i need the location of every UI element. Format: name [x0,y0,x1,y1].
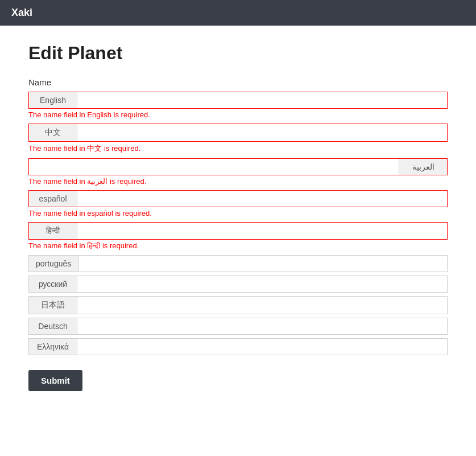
lang-input-row-greek: Ελληνικά [28,338,448,355]
name-input-spanish[interactable] [77,191,447,207]
submit-button[interactable]: Submit [28,370,82,391]
name-input-chinese[interactable] [77,124,447,141]
lang-field-group-german: Deutsch [28,318,448,335]
lang-input-row-chinese: 中文 [28,124,448,142]
lang-label-arabic: العربية [399,159,447,175]
name-section: Name EnglishThe name field in English is… [28,77,448,355]
lang-label-german: Deutsch [29,318,77,334]
fields-container: EnglishThe name field in English is requ… [28,92,448,355]
lang-input-row-portuguese: português [28,255,448,272]
app-title: Xaki [11,7,32,19]
lang-input-row-german: Deutsch [28,318,448,335]
name-input-greek[interactable] [77,339,447,355]
lang-field-group-russian: русский [28,276,448,293]
lang-input-row-arabic: العربية [28,158,448,175]
lang-label-spanish: español [29,191,77,207]
lang-input-row-russian: русский [28,276,448,293]
page-heading: Edit Planet [28,43,448,64]
lang-field-group-arabic: العربيةThe name field in العربية is requ… [28,158,448,186]
name-input-english[interactable] [77,92,447,108]
lang-field-group-english: EnglishThe name field in English is requ… [28,92,448,119]
lang-input-row-english: English [28,92,448,109]
lang-label-hindi: हिन्दी [29,223,77,239]
app-header: Xaki [0,0,476,26]
lang-label-russian: русский [29,276,77,292]
error-message-hindi: The name field in हिन्दी is required. [28,241,448,250]
name-input-japanese[interactable] [77,297,447,314]
lang-field-group-hindi: हिन्दीThe name field in हिन्दी is requir… [28,222,448,250]
name-input-russian[interactable] [77,276,447,292]
error-message-english: The name field in English is required. [28,110,448,119]
lang-input-row-spanish: español [28,190,448,207]
lang-input-row-japanese: 日本語 [28,296,448,314]
lang-label-japanese: 日本語 [29,297,77,314]
lang-label-chinese: 中文 [29,124,77,141]
main-content: Edit Planet Name EnglishThe name field i… [0,26,476,408]
lang-field-group-greek: Ελληνικά [28,338,448,355]
error-message-arabic: The name field in العربية is required. [28,177,448,186]
lang-field-group-chinese: 中文The name field in 中文 is required. [28,124,448,154]
lang-label-greek: Ελληνικά [29,339,77,355]
lang-field-group-japanese: 日本語 [28,296,448,314]
lang-field-group-spanish: españolThe name field in español is requ… [28,190,448,217]
lang-label-english: English [29,92,77,108]
name-input-hindi[interactable] [77,223,447,239]
error-message-spanish: The name field in español is required. [28,209,448,217]
error-message-chinese: The name field in 中文 is required. [28,143,448,154]
name-input-arabic[interactable] [29,159,399,175]
name-label: Name [28,77,448,87]
name-input-portuguese[interactable] [78,256,447,272]
name-input-german[interactable] [77,318,447,334]
lang-field-group-portuguese: português [28,255,448,272]
lang-input-row-hindi: हिन्दी [28,222,448,240]
lang-label-portuguese: português [29,256,78,272]
